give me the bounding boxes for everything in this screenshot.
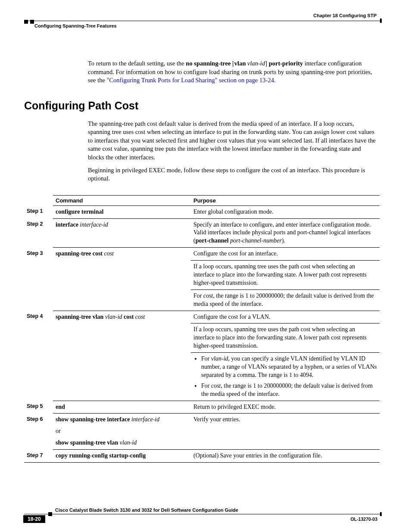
table-row: Step 5 end Return to privileged EXEC mod… [24, 401, 380, 414]
page-number: 18-20 [23, 515, 45, 523]
table-row: Step 7 copy running-config startup-confi… [24, 450, 380, 463]
section-heading: Configuring Path Cost [24, 100, 381, 112]
intro-paragraph: To return to the default setting, use th… [88, 59, 377, 85]
section-breadcrumb: Configuring Spanning-Tree Features [34, 23, 117, 28]
table-row: Step 1 configure terminal Enter global c… [24, 205, 380, 218]
table-row: Step 3 spanning-tree cost cost Configure… [24, 248, 380, 261]
procedure-table: Command Purpose Step 1 configure termina… [24, 195, 380, 463]
xref-link[interactable]: "Configuring Trunk Ports for Load Sharin… [106, 77, 274, 84]
running-header: Chapter 18 Configuring STP Configuring S… [24, 21, 381, 34]
col-command: Command [53, 195, 191, 205]
table-row: Step 6 show spanning-tree interface inte… [24, 414, 380, 450]
table-row: Step 4 spanning-tree vlan vlan-id cost c… [24, 311, 380, 324]
book-title: Cisco Catalyst Blade Switch 3130 and 303… [55, 507, 238, 513]
document-id: OL-13270-03 [351, 516, 377, 522]
chapter-label: Chapter 18 Configuring STP [313, 13, 377, 18]
col-purpose: Purpose [191, 195, 380, 205]
section-body: The spanning-tree path cost default valu… [88, 120, 377, 183]
table-row: Step 2 interface interface-id Specify an… [24, 218, 380, 248]
